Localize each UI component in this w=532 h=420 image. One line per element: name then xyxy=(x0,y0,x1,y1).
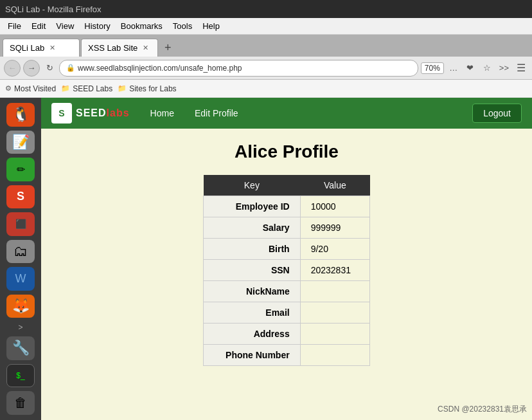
row-value xyxy=(300,281,369,302)
sites-for-labs-icon: 📁 xyxy=(118,84,127,93)
title-text: SQLi Lab - Mozilla Firefox xyxy=(5,5,102,14)
sites-for-labs-label: Sites for Labs xyxy=(129,84,176,93)
menu-file[interactable]: File xyxy=(3,19,26,33)
page-title: Alice Profile xyxy=(54,142,519,162)
tab-bar: SQLi Lab ✕ XSS Lab Site ✕ + xyxy=(0,35,532,57)
ubuntu-icon[interactable]: 🐧 xyxy=(6,103,35,127)
trash-icon[interactable]: 🗑 xyxy=(6,391,35,415)
bookmark-sites-for-labs[interactable]: 📁 Sites for Labs xyxy=(118,84,176,93)
seed-logo-icon: S xyxy=(51,103,72,123)
seed-labs-label: SEED Labs xyxy=(73,84,112,93)
tab-xss-lab-label: XSS Lab Site xyxy=(88,43,137,53)
title-bar: SQLi Lab - Mozilla Firefox xyxy=(0,0,532,18)
menu-edit[interactable]: Edit xyxy=(26,19,51,33)
row-key: Birth xyxy=(204,239,301,260)
tab-xss-lab[interactable]: XSS Lab Site ✕ xyxy=(81,39,158,57)
page-content: Alice Profile Key Value Employee ID10000… xyxy=(41,129,532,379)
back-button[interactable]: ← xyxy=(4,60,21,77)
row-value: 10000 xyxy=(300,196,369,217)
terminal-icon[interactable]: $_ xyxy=(6,364,35,388)
row-value xyxy=(300,345,369,366)
bookmark-seed-labs[interactable]: 📁 SEED Labs xyxy=(61,84,112,93)
row-key: Email xyxy=(204,302,301,324)
seed-labs-icon: 📁 xyxy=(61,84,70,93)
bookmark-star-button[interactable]: ☆ xyxy=(480,61,494,75)
menu-history[interactable]: History xyxy=(79,19,115,33)
edit-profile-link[interactable]: Edit Profile xyxy=(184,99,249,127)
bookmark-most-visited[interactable]: ⚙ Most Visited xyxy=(5,84,56,93)
table-row: Employee ID10000 xyxy=(204,196,370,217)
url-text: www.seedlabsqlinjection.com/unsafe_home.… xyxy=(78,64,242,73)
folder-icon[interactable]: 🗂 xyxy=(6,240,35,264)
table-row: NickName xyxy=(204,281,370,302)
most-visited-label: Most Visited xyxy=(14,84,56,93)
row-value: 9/20 xyxy=(300,239,369,260)
seed-navbar: S SEEDlabs Home Edit Profile Logout xyxy=(41,98,532,129)
browser-layout: 🐧 📝 ✏ S ⬛ 🗂 W 🦊 > 🔧 $_ 🗑 S SEEDlabs Home… xyxy=(0,98,532,420)
table-row: Address xyxy=(204,324,370,345)
more-button[interactable]: … xyxy=(447,61,461,75)
row-value xyxy=(300,324,369,345)
terminal-red-icon[interactable]: ⬛ xyxy=(6,212,35,236)
hamburger-menu-button[interactable]: ☰ xyxy=(514,60,528,75)
zoom-level[interactable]: 70% xyxy=(421,62,444,74)
table-row: Birth9/20 xyxy=(204,239,370,260)
profile-table-container: Key Value Employee ID10000Salary999999Bi… xyxy=(54,175,519,366)
row-key: Address xyxy=(204,324,301,345)
url-actions: … ❤ ☆ xyxy=(447,61,494,75)
seed-brand-text: SEEDlabs xyxy=(76,107,130,119)
row-key: Salary xyxy=(204,217,301,239)
s-app-icon[interactable]: S xyxy=(6,185,35,209)
sidebar-expand[interactable]: > xyxy=(14,322,27,333)
row-key: Phone Number xyxy=(204,345,301,366)
col-header-key: Key xyxy=(204,175,301,196)
menu-bar: File Edit View History Bookmarks Tools H… xyxy=(0,18,532,35)
table-row: SSN20232831 xyxy=(204,260,370,281)
main-content: S SEEDlabs Home Edit Profile Logout Alic… xyxy=(41,98,532,420)
row-key: Employee ID xyxy=(204,196,301,217)
lock-icon: 🔒 xyxy=(66,64,75,72)
logout-button[interactable]: Logout xyxy=(472,104,522,123)
toolbar-overflow-button[interactable]: >> xyxy=(497,62,511,74)
wireshark-icon[interactable]: W xyxy=(6,267,35,291)
tab-xss-lab-close[interactable]: ✕ xyxy=(143,44,148,52)
table-row: Salary999999 xyxy=(204,217,370,239)
reload-button[interactable]: ↻ xyxy=(42,61,57,75)
seed-logo: S SEEDlabs xyxy=(51,103,130,123)
firefox-icon[interactable]: 🦊 xyxy=(6,295,35,318)
address-bar: ← → ↻ 🔒 www.seedlabsqlinjection.com/unsa… xyxy=(0,57,532,80)
menu-help[interactable]: Help xyxy=(197,19,225,33)
home-link[interactable]: Home xyxy=(140,99,184,127)
row-value: 20232831 xyxy=(300,260,369,281)
files-icon[interactable]: 📝 xyxy=(6,131,35,154)
table-row: Email xyxy=(204,302,370,324)
row-value: 999999 xyxy=(300,217,369,239)
col-header-value: Value xyxy=(300,175,369,196)
forward-button[interactable]: → xyxy=(23,60,40,77)
menu-tools[interactable]: Tools xyxy=(168,19,197,33)
watermark: CSDN @20232831袁思承 xyxy=(438,404,527,415)
sidebar-left: 🐧 📝 ✏ S ⬛ 🗂 W 🦊 > 🔧 $_ 🗑 xyxy=(0,98,41,420)
row-key: NickName xyxy=(204,281,301,302)
reader-mode-button[interactable]: ❤ xyxy=(463,61,477,75)
seed-nav-links: Home Edit Profile xyxy=(140,99,249,127)
settings-icon[interactable]: 🔧 xyxy=(6,336,35,360)
new-tab-button[interactable]: + xyxy=(159,39,177,57)
tab-sqli-lab-label: SQLi Lab xyxy=(10,43,44,53)
row-key: SSN xyxy=(204,260,301,281)
row-value xyxy=(300,302,369,324)
table-row: Phone Number xyxy=(204,345,370,366)
most-visited-icon: ⚙ xyxy=(5,84,12,93)
profile-table: Key Value Employee ID10000Salary999999Bi… xyxy=(203,175,370,366)
url-bar[interactable]: 🔒 www.seedlabsqlinjection.com/unsafe_hom… xyxy=(59,60,418,77)
menu-view[interactable]: View xyxy=(51,19,79,33)
menu-bookmarks[interactable]: Bookmarks xyxy=(116,19,168,33)
editor-icon[interactable]: ✏ xyxy=(6,158,35,181)
tab-sqli-lab-close[interactable]: ✕ xyxy=(49,44,55,52)
tab-sqli-lab[interactable]: SQLi Lab ✕ xyxy=(3,39,80,57)
bookmarks-bar: ⚙ Most Visited 📁 SEED Labs 📁 Sites for L… xyxy=(0,80,532,98)
